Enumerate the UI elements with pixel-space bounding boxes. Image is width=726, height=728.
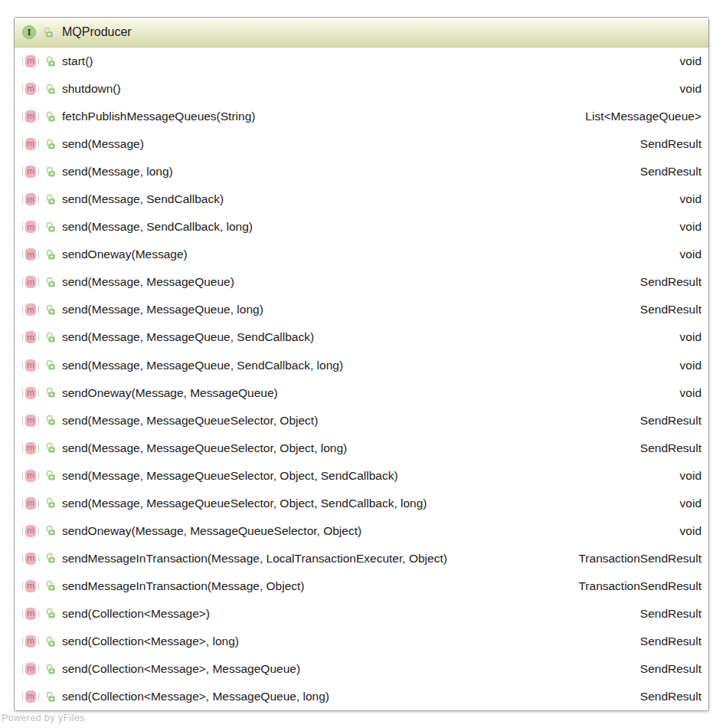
method-name: send(Message, SendCallback, long)	[62, 220, 253, 234]
method-row[interactable]: m send(Collection<Message>, long) SendRe…	[15, 628, 708, 655]
method-icon-badge: m	[25, 138, 36, 150]
method-name: send(Message, SendCallback)	[62, 192, 224, 206]
method-row[interactable]: m sendOneway(Message, MessageQueueSelect…	[15, 517, 708, 545]
method-icon: m	[22, 166, 39, 179]
method-icon-badge: m	[25, 580, 36, 592]
method-icon-badge: m	[25, 276, 36, 288]
method-row[interactable]: m send(Message, MessageQueue, SendCallba…	[15, 352, 708, 379]
method-icon-badge: m	[25, 110, 36, 123]
method-row[interactable]: m sendOneway(Message) void	[15, 241, 708, 268]
method-row[interactable]: m sendMessageInTransaction(Message, Loca…	[15, 545, 708, 572]
method-icon-badge: m	[25, 415, 36, 427]
method-icon-paren-left	[22, 471, 25, 481]
public-lock-icon	[45, 277, 56, 288]
public-lock-icon	[45, 442, 56, 454]
method-icon-badge: m	[25, 442, 36, 454]
method-row[interactable]: m send(Message, MessageQueue, long) Send…	[15, 296, 708, 323]
method-row[interactable]: m send(Collection<Message>) SendResult	[15, 600, 708, 628]
method-icon-paren-right	[37, 56, 39, 67]
method-icon-paren-left	[22, 139, 25, 149]
method-icon-badge: m	[25, 193, 36, 205]
method-row[interactable]: m send(Message, SendCallback, long) void	[15, 213, 708, 241]
method-row[interactable]: m sendMessageInTransaction(Message, Obje…	[15, 572, 708, 600]
method-icon: m	[22, 138, 39, 151]
method-icon-paren-right	[37, 139, 39, 149]
method-row[interactable]: m send(Collection<Message>, MessageQueue…	[15, 655, 708, 683]
method-row[interactable]: m send(Message, MessageQueueSelector, Ob…	[15, 462, 708, 490]
method-row[interactable]: m sendOneway(Message, MessageQueue) void	[15, 379, 708, 407]
method-name: sendMessageInTransaction(Message, Object…	[62, 579, 304, 593]
method-icon-paren-left	[22, 691, 25, 702]
method-icon-paren-right	[37, 111, 39, 122]
method-icon-paren-right	[37, 166, 39, 177]
method-row[interactable]: m start() void	[15, 48, 708, 75]
method-row[interactable]: m send(Message, MessageQueueSelector, Ob…	[15, 407, 708, 435]
method-return-type: void	[680, 220, 701, 234]
method-row[interactable]: m send(Message, MessageQueueSelector, Ob…	[15, 490, 708, 517]
method-list: m start() void m shutdown() void	[15, 48, 708, 710]
public-lock-icon	[45, 139, 56, 150]
interface-header[interactable]: I MQProducer	[15, 18, 708, 48]
method-name: fetchPublishMessageQueues(String)	[62, 110, 255, 123]
method-icon-paren-right	[37, 581, 39, 592]
method-icon: m	[22, 110, 39, 123]
method-icon-badge: m	[25, 553, 36, 565]
method-icon-paren-left	[22, 608, 25, 619]
method-return-type: void	[680, 497, 701, 510]
method-icon-paren-left	[22, 388, 25, 398]
public-lock-icon	[45, 580, 56, 592]
method-return-type: SendResult	[640, 690, 701, 703]
method-icon-paren-left	[22, 166, 25, 177]
public-lock-icon	[45, 304, 56, 316]
method-name: send(Collection<Message>)	[62, 607, 210, 621]
method-row[interactable]: m send(Message, MessageQueueSelector, Ob…	[15, 435, 708, 462]
method-icon: m	[22, 83, 39, 96]
method-row[interactable]: m shutdown() void	[15, 75, 708, 103]
public-lock-icon	[45, 608, 56, 619]
method-return-type: SendResult	[640, 662, 701, 676]
method-icon: m	[22, 359, 39, 372]
method-row[interactable]: m send(Message) SendResult	[15, 130, 708, 158]
method-icon-paren-left	[22, 443, 25, 454]
method-icon-paren-left	[22, 526, 25, 536]
public-lock-icon	[45, 111, 56, 123]
method-name: send(Message, MessageQueue, long)	[62, 303, 263, 316]
method-icon-badge: m	[25, 331, 36, 343]
public-lock-icon	[45, 166, 56, 178]
method-row[interactable]: m send(Message, SendCallback) void	[15, 185, 708, 213]
method-return-type: SendResult	[640, 414, 701, 428]
method-name: start()	[62, 54, 93, 68]
method-icon-paren-right	[37, 471, 39, 481]
method-icon: m	[22, 497, 39, 510]
method-icon-paren-right	[37, 221, 39, 232]
method-icon: m	[22, 414, 39, 427]
method-return-type: void	[680, 248, 701, 261]
uml-interface-node[interactable]: I MQProducer m start() void	[14, 17, 709, 711]
method-icon-paren-left	[22, 332, 25, 343]
method-row[interactable]: m fetchPublishMessageQueues(String) List…	[15, 103, 708, 130]
method-name: send(Message, MessageQueueSelector, Obje…	[62, 497, 427, 510]
method-row[interactable]: m send(Collection<Message>, MessageQueue…	[15, 683, 708, 710]
method-icon-paren-right	[37, 636, 39, 647]
method-return-type: SendResult	[640, 441, 701, 455]
public-lock-icon	[45, 691, 56, 703]
method-row[interactable]: m send(Message, long) SendResult	[15, 158, 708, 185]
method-name: send(Message, long)	[62, 165, 173, 179]
method-return-type: void	[680, 386, 701, 400]
method-icon-paren-left	[22, 498, 25, 509]
method-icon-paren-left	[22, 84, 25, 94]
public-lock-icon	[45, 194, 56, 205]
method-row[interactable]: m send(Message, MessageQueue, SendCallba…	[15, 323, 708, 351]
method-icon: m	[22, 331, 39, 344]
public-lock-icon	[45, 387, 56, 398]
method-return-type: void	[680, 524, 701, 538]
interface-title: MQProducer	[62, 25, 132, 39]
method-icon: m	[22, 221, 39, 234]
method-icon: m	[22, 607, 39, 620]
method-name: send(Message, MessageQueue, SendCallback…	[62, 330, 314, 344]
method-icon-paren-left	[22, 415, 25, 426]
method-row[interactable]: m send(Message, MessageQueue) SendResult	[15, 268, 708, 296]
method-icon-paren-left	[22, 553, 25, 564]
yfiles-watermark: Powered by yFiles	[2, 713, 85, 723]
method-icon-badge: m	[25, 359, 36, 372]
